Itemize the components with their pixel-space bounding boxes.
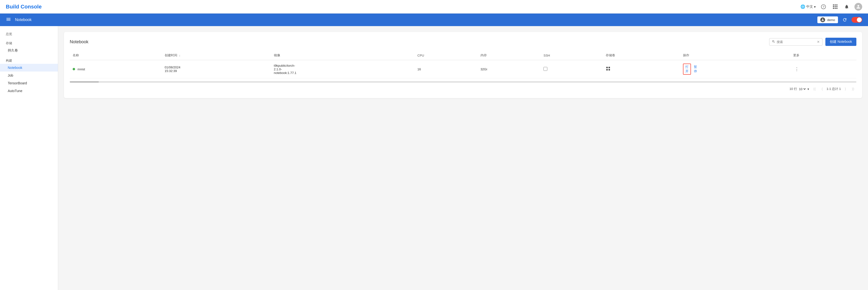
table-row: mnist 01/08/202415:32:39 t9kpublic/torch… xyxy=(70,60,857,78)
lang-label: 中文 xyxy=(806,5,813,9)
pagination-nav: ⟨⟨ ⟨ 1-1 总计 1 ⟩ ⟩⟩ xyxy=(811,85,857,92)
page-info: 1-1 总计 1 xyxy=(827,87,841,91)
sidebar-item-persistent-volume[interactable]: 持久卷 xyxy=(0,46,58,55)
sidebar-section-storage: 存储 xyxy=(0,39,58,46)
open-button[interactable]: 打开 xyxy=(683,64,691,75)
sidebar-item-notebook[interactable]: Notebook xyxy=(0,64,58,72)
col-name: 名称 xyxy=(70,51,162,60)
cell-name: mnist xyxy=(70,60,162,78)
card-header: Notebook ✕ 创建 Notebook xyxy=(70,38,857,46)
table-body: mnist 01/08/202415:32:39 t9kpublic/torch… xyxy=(70,60,857,78)
main-content: Notebook ✕ 创建 Notebook xyxy=(58,26,868,290)
refresh-button[interactable] xyxy=(841,16,848,24)
card-title: Notebook xyxy=(70,39,88,44)
rows-per-page-select[interactable]: 10 25 50 xyxy=(798,87,806,91)
refresh-icon xyxy=(842,17,847,22)
cell-image: t9kpublic/torch-2.1.0-notebook:1.77.1 xyxy=(271,60,414,78)
sidebar-item-job[interactable]: Job xyxy=(0,72,58,79)
cell-created: 01/08/202415:32:39 xyxy=(162,60,271,78)
bell-icon xyxy=(844,4,849,9)
pause-button[interactable]: 暂停 xyxy=(692,64,699,74)
cell-storage[interactable] xyxy=(603,60,680,78)
more-options-button[interactable]: ⋮ xyxy=(793,66,800,72)
prev-page-button[interactable]: ⟨ xyxy=(819,85,826,92)
table-scrollbar-thumb xyxy=(70,81,99,83)
rows-per-page-label: 10 行 xyxy=(789,87,797,91)
lang-chevron-icon: ▾ xyxy=(814,5,816,9)
notifications-button[interactable] xyxy=(843,3,850,11)
sub-header-title: Notebook xyxy=(15,17,32,22)
lang-selector[interactable]: 🌐 中文 ▾ xyxy=(800,4,816,9)
status-dot xyxy=(73,68,75,70)
sub-header-left: Notebook xyxy=(6,17,32,23)
translate-icon: 🌐 xyxy=(800,4,805,9)
col-created[interactable]: 创建时间 ↓ xyxy=(162,51,271,60)
create-notebook-button[interactable]: 创建 Notebook xyxy=(826,38,857,46)
app-title-area: Build Console xyxy=(6,4,42,10)
col-more: 更多 xyxy=(790,51,857,60)
user-badge[interactable]: demo xyxy=(817,16,838,23)
ssh-checkbox[interactable] xyxy=(544,67,547,71)
table-scrollbar[interactable] xyxy=(70,81,857,83)
layout: 总览 存储 持久卷 构建 Notebook Job TensorBoard Au… xyxy=(0,26,868,290)
next-page-button[interactable]: ⟩ xyxy=(842,85,848,92)
cell-memory: 32Gi xyxy=(477,60,540,78)
cell-ssh[interactable] xyxy=(540,60,603,78)
cell-actions: 打开 暂停 xyxy=(680,60,790,78)
col-ssh: SSH xyxy=(540,51,603,60)
search-icon xyxy=(772,40,775,44)
top-header: Build Console 🌐 中文 ▾ ? xyxy=(0,0,868,13)
toggle-switch[interactable] xyxy=(851,17,862,23)
grid-apps-icon xyxy=(833,4,837,9)
notebook-card: Notebook ✕ 创建 Notebook xyxy=(64,32,862,98)
notebook-name: mnist xyxy=(78,67,85,71)
sidebar-item-autotune[interactable]: AutoTune xyxy=(0,87,58,95)
search-box[interactable]: ✕ xyxy=(769,38,823,46)
sidebar-section-build: 构建 xyxy=(0,57,58,64)
col-actions: 操作 xyxy=(680,51,790,60)
clear-search-icon[interactable]: ✕ xyxy=(817,40,820,44)
sort-icon: ↓ xyxy=(179,54,180,57)
rows-dropdown-icon: ▾ xyxy=(807,87,809,91)
avatar-button[interactable] xyxy=(855,3,862,11)
top-header-right: 🌐 中文 ▾ ? xyxy=(800,3,862,11)
table-header: 名称 创建时间 ↓ 镜像 CPU 内存 SSH 存储卷 操作 更多 xyxy=(70,51,857,60)
storage-grid-icon[interactable] xyxy=(606,67,611,72)
card-header-right: ✕ 创建 Notebook xyxy=(769,38,857,46)
notebook-table: 名称 创建时间 ↓ 镜像 CPU 内存 SSH 存储卷 操作 更多 xyxy=(70,51,857,78)
first-page-button[interactable]: ⟨⟨ xyxy=(811,85,818,92)
pagination: 10 行 10 25 50 ▾ ⟨⟨ ⟨ 1-1 总计 1 ⟩ ⟩⟩ xyxy=(70,85,857,92)
rows-per-page: 10 行 10 25 50 ▾ xyxy=(789,87,809,91)
cell-more[interactable]: ⋮ xyxy=(790,60,857,78)
grid-apps-button[interactable] xyxy=(831,3,839,11)
sub-header: Notebook demo xyxy=(0,13,868,26)
col-cpu: CPU xyxy=(414,51,477,60)
last-page-button[interactable]: ⟩⟩ xyxy=(849,85,857,92)
hamburger-icon xyxy=(6,17,11,22)
col-storage: 存储卷 xyxy=(603,51,680,60)
app-title: Build Console xyxy=(6,4,42,10)
svg-text:?: ? xyxy=(823,5,824,9)
help-icon: ? xyxy=(821,4,826,9)
menu-toggle-button[interactable] xyxy=(6,17,11,23)
search-input[interactable] xyxy=(777,40,815,44)
sidebar: 总览 存储 持久卷 构建 Notebook Job TensorBoard Au… xyxy=(0,26,58,290)
account-icon xyxy=(856,5,861,9)
col-image: 镜像 xyxy=(271,51,414,60)
help-button[interactable]: ? xyxy=(819,3,827,11)
sidebar-item-tensorboard[interactable]: TensorBoard xyxy=(0,79,58,87)
cell-cpu: 16 xyxy=(414,60,477,78)
sub-header-right: demo xyxy=(817,16,862,24)
user-icon xyxy=(820,17,825,22)
sidebar-section-overview: 总览 xyxy=(0,30,58,37)
user-label: demo xyxy=(827,18,835,22)
col-memory: 内存 xyxy=(477,51,540,60)
